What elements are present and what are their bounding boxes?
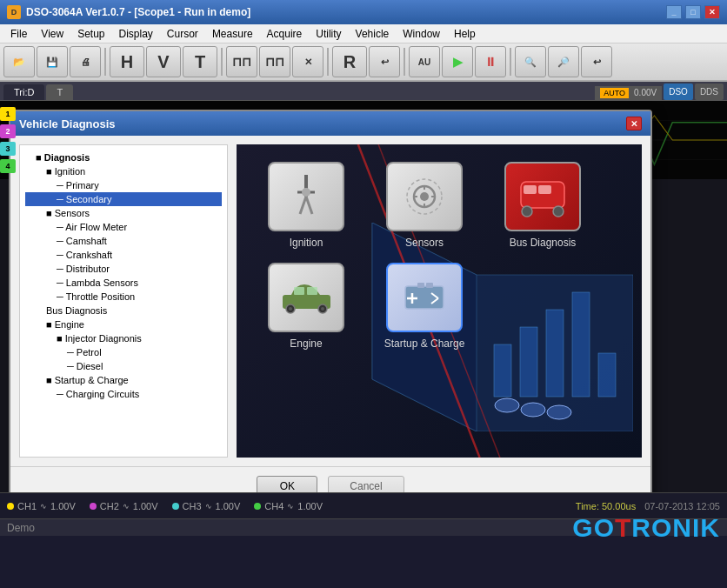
ch3-color: [172, 503, 179, 510]
zoom-in-button[interactable]: 🔍: [515, 46, 546, 77]
close-button[interactable]: ✕: [704, 5, 720, 19]
svg-point-11: [521, 403, 545, 417]
svg-rect-33: [294, 287, 304, 295]
pulse2-button[interactable]: ⊓⊓: [259, 46, 290, 77]
t-button[interactable]: T: [183, 46, 217, 77]
icon-panel: Ignition: [237, 144, 642, 458]
menu-file[interactable]: File: [3, 26, 34, 42]
tab-dds[interactable]: DDS: [695, 84, 724, 100]
dialog-body: ■ Diagnosis ■ Ignition ─ Primary ─ Secon…: [10, 136, 650, 466]
tree-item-sensors[interactable]: ■ Sensors: [25, 206, 222, 220]
menu-view[interactable]: View: [34, 26, 70, 42]
voltage-indicator: 0.00V: [634, 88, 657, 98]
engine-svg: [278, 276, 335, 319]
svg-point-22: [420, 192, 429, 201]
tree-item-petrol[interactable]: ─ Petrol: [25, 345, 222, 359]
menu-utility[interactable]: Utility: [309, 26, 348, 42]
brand-area: GO T RONIK: [572, 513, 720, 543]
tab-t[interactable]: T: [46, 84, 73, 100]
tree-item-secondary[interactable]: ─ Secondary: [25, 192, 222, 206]
auto-button[interactable]: AU: [409, 46, 440, 77]
menu-acquire[interactable]: Acquire: [260, 26, 310, 42]
svg-point-10: [495, 398, 519, 412]
zoom-out-button[interactable]: 🔎: [548, 46, 579, 77]
icon-ignition-box[interactable]: [268, 162, 344, 231]
tree-panel: ■ Diagnosis ■ Ignition ─ Primary ─ Secon…: [19, 144, 228, 458]
tree-item-airflow[interactable]: ─ Air Flow Meter: [25, 220, 222, 234]
ch1-value: 1.00V: [50, 501, 76, 511]
bus-svg: [517, 173, 569, 221]
ch4-value: 1.00V: [297, 501, 323, 511]
tree-item-diagnosis[interactable]: ■ Diagnosis: [25, 150, 222, 164]
icon-engine[interactable]: Engine: [254, 263, 358, 350]
icon-ignition[interactable]: Ignition: [254, 162, 358, 249]
r-button[interactable]: R: [332, 46, 367, 77]
tree-item-crankshaft[interactable]: ─ Crankshaft: [25, 248, 222, 262]
icon-sensors[interactable]: Sensors: [372, 162, 477, 249]
tree-item-charging[interactable]: ─ Charging Circuits: [25, 387, 222, 401]
tab-trid[interactable]: Tri:D: [3, 84, 44, 100]
ch3-indicator: CH3 ∿ 1.00V: [172, 501, 241, 511]
undo-button[interactable]: ↩: [581, 46, 612, 77]
dialog-close-button[interactable]: ✕: [626, 117, 642, 130]
tree-item-throttle[interactable]: ─ Throttle Position: [25, 290, 222, 304]
icon-sensors-label: Sensors: [405, 237, 444, 249]
menu-display[interactable]: Display: [112, 26, 160, 42]
icon-bus[interactable]: Bus Diagnosis: [490, 162, 595, 249]
icon-engine-box[interactable]: [268, 263, 344, 332]
svg-rect-41: [426, 283, 433, 288]
tree-item-engine[interactable]: ■ Engine: [25, 317, 222, 331]
tree-item-diesel[interactable]: ─ Diesel: [25, 359, 222, 373]
v-button[interactable]: V: [146, 46, 181, 77]
tree-item-camshaft[interactable]: ─ Camshaft: [25, 234, 222, 248]
menu-cursor[interactable]: Cursor: [160, 26, 205, 42]
icon-startup[interactable]: Startup & Charge: [372, 263, 477, 350]
auto-indicator: AUTO: [600, 88, 629, 98]
arrow-button[interactable]: ↩: [369, 46, 400, 77]
icon-bus-box[interactable]: [504, 162, 581, 231]
separator-4: [404, 48, 405, 76]
ch3-mode: ∿: [205, 502, 212, 511]
svg-line-17: [300, 197, 306, 214]
print-button[interactable]: 🖨: [70, 46, 101, 77]
open-button[interactable]: 📂: [3, 46, 35, 77]
ch3-label: CH3: [183, 501, 202, 511]
svg-point-19: [302, 188, 310, 197]
ok-button[interactable]: OK: [257, 476, 317, 492]
title-bar: D DSO-3064A Ver1.0.7 - [Scope1 - Run in …: [0, 0, 727, 24]
pulse-button[interactable]: ⊓⊓: [226, 46, 257, 77]
cross-button[interactable]: ✕: [292, 46, 323, 77]
vehicle-diagnosis-dialog: Vehicle Diagnosis ✕ ■ Diagnosis ■ Igniti…: [9, 110, 652, 492]
maximize-button[interactable]: □: [685, 5, 701, 19]
svg-point-38: [321, 307, 324, 311]
svg-rect-40: [417, 283, 424, 288]
tree-item-injector[interactable]: ■ Injector Diagnonis: [25, 331, 222, 345]
cancel-button[interactable]: Cancel: [328, 476, 404, 492]
menu-measure[interactable]: Measure: [205, 26, 260, 42]
tree-item-primary[interactable]: ─ Primary: [25, 178, 222, 192]
run-button[interactable]: ▶: [442, 46, 473, 77]
tree-item-ignition[interactable]: ■ Ignition: [25, 164, 222, 178]
main-area: Tri:D T AUTO 0.00V DSO DDS 1 2 3 4: [0, 82, 727, 492]
tab-dso[interactable]: DSO: [664, 84, 693, 100]
ch1-color: [7, 503, 14, 510]
minimize-button[interactable]: _: [666, 5, 682, 19]
menu-help[interactable]: Help: [447, 26, 483, 42]
brand-go: GO: [572, 513, 615, 543]
h-button[interactable]: H: [110, 46, 144, 77]
tree-item-bus[interactable]: Bus Diagnosis: [25, 304, 222, 317]
tree-item-lambda[interactable]: ─ Lambda Sensors: [25, 276, 222, 290]
menu-setup[interactable]: Setup: [70, 26, 111, 42]
save-button[interactable]: 💾: [37, 46, 68, 77]
menu-vehicle[interactable]: Vehicle: [349, 26, 397, 42]
icon-startup-box[interactable]: [386, 263, 463, 332]
menu-window[interactable]: Window: [396, 26, 447, 42]
ch3-value: 1.00V: [216, 501, 241, 511]
separator-2: [221, 48, 223, 76]
tree-item-startup[interactable]: ■ Startup & Charge: [25, 373, 222, 387]
ch2-label: CH2: [100, 501, 119, 511]
icon-sensors-box[interactable]: [386, 162, 463, 231]
tree-item-distributor[interactable]: ─ Distributor: [25, 262, 222, 276]
svg-point-37: [289, 307, 292, 311]
stop-button[interactable]: ⏸: [475, 46, 506, 77]
